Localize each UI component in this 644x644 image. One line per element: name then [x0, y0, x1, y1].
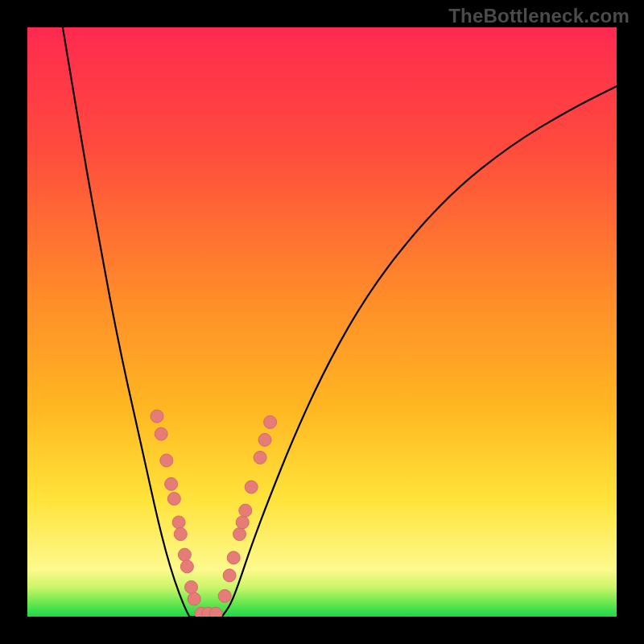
data-dot	[236, 516, 249, 529]
data-dot	[174, 528, 187, 541]
data-dot	[160, 454, 173, 467]
data-dot	[258, 433, 271, 446]
chart-svg	[27, 27, 617, 617]
data-dot	[165, 477, 178, 490]
data-dot	[233, 528, 246, 541]
data-dot	[180, 560, 193, 573]
data-dot	[155, 427, 167, 440]
data-dot	[227, 551, 240, 564]
data-dot	[264, 415, 277, 428]
bottleneck-curve	[63, 27, 617, 617]
data-dot	[172, 516, 185, 529]
data-dot	[254, 451, 266, 464]
data-dot	[209, 607, 222, 617]
data-dot	[218, 589, 231, 602]
data-dot	[188, 592, 200, 605]
data-dot	[239, 504, 252, 517]
watermark-text: TheBottleneck.com	[448, 5, 630, 27]
chart-frame: TheBottleneck.com	[0, 0, 644, 644]
chart-plot-area	[27, 27, 617, 617]
data-dot	[223, 569, 236, 582]
data-dot	[178, 548, 191, 561]
data-dot	[185, 580, 198, 593]
data-dot	[245, 481, 258, 493]
data-dot	[151, 410, 163, 423]
data-dot	[167, 493, 180, 506]
